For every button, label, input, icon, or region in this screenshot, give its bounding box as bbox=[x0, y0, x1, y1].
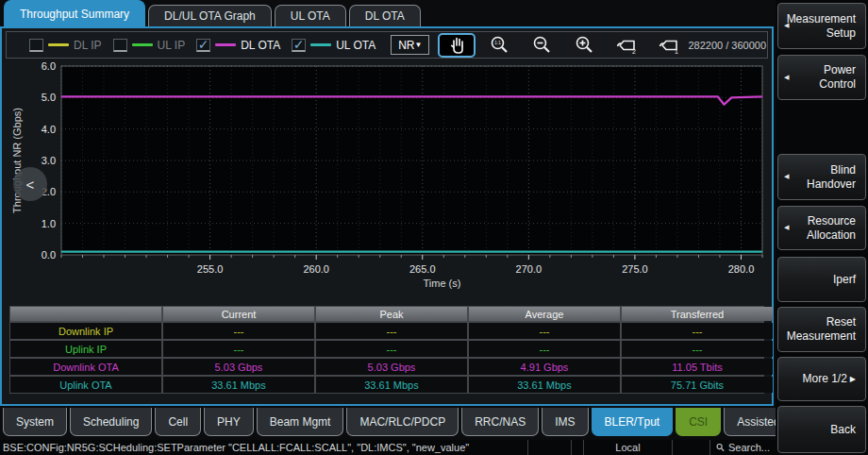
svg-text:1: 1 bbox=[675, 48, 678, 55]
scpi-command-text: BSE:CONFig:NR5G:SCHeduling:SETParameter … bbox=[0, 442, 527, 453]
chart-tool-buttons: 1:121 bbox=[438, 33, 688, 58]
sidebar-button-iperf[interactable]: Iperf bbox=[777, 257, 866, 302]
chevron-down-icon: ▼ bbox=[415, 41, 423, 49]
legend-item-ul-ota[interactable]: ✓UL OTA bbox=[292, 39, 376, 52]
table-cell: 4.91 Gbps bbox=[469, 359, 620, 375]
series-color-swatch bbox=[310, 43, 331, 46]
throughput-summary-panel: DL IPUL IP✓DL OTA✓UL OTA NR ▼ 1:121 2822… bbox=[0, 26, 774, 406]
sidebar-button-back[interactable]: Back bbox=[777, 406, 866, 453]
checkbox-checked[interactable]: ✓ bbox=[292, 39, 306, 52]
y-tick-label: 5.0 bbox=[42, 92, 56, 103]
marker-1-icon-button[interactable]: 1 bbox=[650, 33, 688, 58]
sidebar-button-label: Reset Measurement bbox=[787, 315, 856, 344]
arrow-left-icon: ◀ bbox=[784, 224, 789, 232]
bottom-tab-ims[interactable]: IMS bbox=[542, 408, 588, 436]
sidebar-button-measurement-setup[interactable]: ◀Measurement Setup bbox=[777, 3, 866, 49]
zoom-out-button[interactable] bbox=[523, 33, 560, 58]
table-header-cell: Transferred bbox=[622, 307, 773, 321]
status-cell-empty bbox=[527, 440, 571, 455]
status-cell-empty bbox=[571, 440, 583, 455]
bottom-tab-system[interactable]: System bbox=[3, 408, 67, 436]
bottom-tab-beam-mgmt[interactable]: Beam Mgmt bbox=[257, 408, 344, 436]
table-header-cell: Peak bbox=[316, 307, 467, 321]
search-box[interactable]: Search... bbox=[709, 440, 776, 455]
legend-item-dl-ip[interactable]: DL IP bbox=[29, 39, 102, 52]
bottom-tab-bler-tput[interactable]: BLER/Tput bbox=[592, 408, 674, 436]
arrow-right-icon: ▶ bbox=[850, 375, 856, 384]
series-color-swatch bbox=[215, 43, 236, 46]
table-header-cell: Current bbox=[163, 307, 314, 321]
bottom-tab-phy[interactable]: PHY bbox=[204, 408, 254, 436]
bottom-tab-scheduling[interactable]: Scheduling bbox=[70, 408, 152, 436]
application-window: Throughput SummaryDL/UL OTA GraphUL OTAD… bbox=[0, 0, 868, 455]
local-indicator[interactable]: Local bbox=[583, 440, 672, 455]
throughput-table: CurrentPeakAverageTransferredDownlink IP… bbox=[9, 306, 764, 394]
top-tab-bar: Throughput SummaryDL/UL OTA GraphUL OTAD… bbox=[0, 0, 774, 26]
table-cell: --- bbox=[469, 323, 620, 339]
status-cell-empty bbox=[672, 440, 709, 455]
x-tick-label: 275.0 bbox=[622, 263, 648, 275]
y-tick-label: 6.0 bbox=[42, 60, 56, 72]
zoom-reset-button[interactable]: 1:1 bbox=[480, 33, 518, 58]
bottom-tab-cell[interactable]: Cell bbox=[155, 408, 201, 436]
table-row-label: Uplink OTA bbox=[10, 377, 161, 393]
sidebar-button-reset-measurement[interactable]: Reset Measurement bbox=[777, 307, 866, 352]
zoom-out-icon bbox=[531, 34, 553, 56]
svg-text:2: 2 bbox=[632, 48, 636, 55]
marker-icon: 2 bbox=[616, 34, 638, 56]
arrow-left-icon: ◀ bbox=[784, 22, 789, 30]
zoom-in-button[interactable] bbox=[565, 33, 603, 58]
checkbox[interactable] bbox=[113, 39, 127, 52]
sidebar-button-power-control[interactable]: ◀Power Control bbox=[777, 55, 866, 100]
tab-throughput-summary[interactable]: Throughput Summary bbox=[4, 0, 145, 26]
sidebar-button-label: More 1/2 bbox=[802, 372, 846, 386]
sidebar-button-label: Back bbox=[830, 423, 856, 437]
zoom-in-icon bbox=[574, 34, 595, 56]
throughput-chart[interactable]: 255.0260.0265.0270.0275.0280.00.01.02.03… bbox=[2, 59, 770, 306]
marker-2-icon-button[interactable]: 2 bbox=[608, 33, 645, 58]
legend-items: DL IPUL IP✓DL OTA✓UL OTA bbox=[29, 39, 387, 52]
marker-icon: 1 bbox=[659, 34, 680, 56]
checkbox[interactable] bbox=[29, 39, 43, 52]
table-cell: --- bbox=[622, 323, 773, 339]
table-cell: 11.05 Tbits bbox=[622, 359, 773, 375]
series-color-swatch bbox=[48, 43, 69, 46]
zoom-reset-icon: 1:1 bbox=[489, 34, 510, 56]
chart-toolbar: DL IPUL IP✓DL OTA✓UL OTA NR ▼ 1:121 2822… bbox=[6, 31, 768, 59]
tab-dl-ota[interactable]: DL OTA bbox=[349, 5, 421, 26]
search-label: Search... bbox=[728, 442, 770, 453]
legend-label: DL OTA bbox=[241, 39, 280, 52]
table-cell: 75.71 Gbits bbox=[622, 377, 773, 393]
svg-text:1:1: 1:1 bbox=[494, 41, 501, 45]
legend-item-dl-ota[interactable]: ✓DL OTA bbox=[196, 39, 280, 52]
bottom-tab-rrc-nas[interactable]: RRC/NAS bbox=[461, 408, 539, 436]
y-tick-label: 3.0 bbox=[42, 155, 56, 166]
bottom-tab-mac-rlc-pdcp[interactable]: MAC/RLC/PDCP bbox=[346, 408, 459, 436]
tab-dl-ul-ota-graph[interactable]: DL/UL OTA Graph bbox=[148, 5, 272, 26]
tab-ul-ota[interactable]: UL OTA bbox=[275, 5, 346, 26]
bottom-tab-bar: SystemSchedulingCellPHYBeam MgmtMAC/RLC/… bbox=[0, 408, 776, 438]
tech-selector-dropdown[interactable]: NR ▼ bbox=[391, 35, 429, 55]
legend-item-ul-ip[interactable]: UL IP bbox=[113, 39, 186, 52]
table-cell: --- bbox=[163, 341, 314, 357]
table-header-cell: Average bbox=[469, 307, 620, 321]
table-row-label: Uplink IP bbox=[10, 341, 161, 357]
table-row-label: Downlink OTA bbox=[10, 359, 161, 375]
sidebar-button-label: Resource Allocation bbox=[793, 214, 856, 243]
y-tick-label: 4.0 bbox=[42, 124, 56, 135]
series-color-swatch bbox=[132, 43, 153, 46]
y-tick-label: 0.0 bbox=[42, 249, 56, 261]
table-row-label: Downlink IP bbox=[10, 323, 161, 339]
checkbox-checked[interactable]: ✓ bbox=[196, 39, 210, 52]
bottom-tab-csi[interactable]: CSI bbox=[676, 408, 721, 436]
sidebar-button-label: Iperf bbox=[833, 273, 856, 287]
sidebar-button-resource-allocation[interactable]: ◀Resource Allocation bbox=[777, 206, 866, 250]
x-tick-label: 255.0 bbox=[197, 263, 224, 275]
x-tick-label: 260.0 bbox=[303, 263, 329, 275]
sidebar-button-blind-handover[interactable]: ◀Blind Handover bbox=[777, 154, 866, 200]
legend-label: UL OTA bbox=[336, 39, 376, 52]
pan-hand-button[interactable] bbox=[438, 33, 476, 58]
sidebar-button-more-1-2[interactable]: More 1/2▶ bbox=[777, 357, 866, 401]
panel-collapse-handle[interactable]: < bbox=[13, 167, 47, 201]
table-cell: 33.61 Mbps bbox=[163, 377, 314, 393]
